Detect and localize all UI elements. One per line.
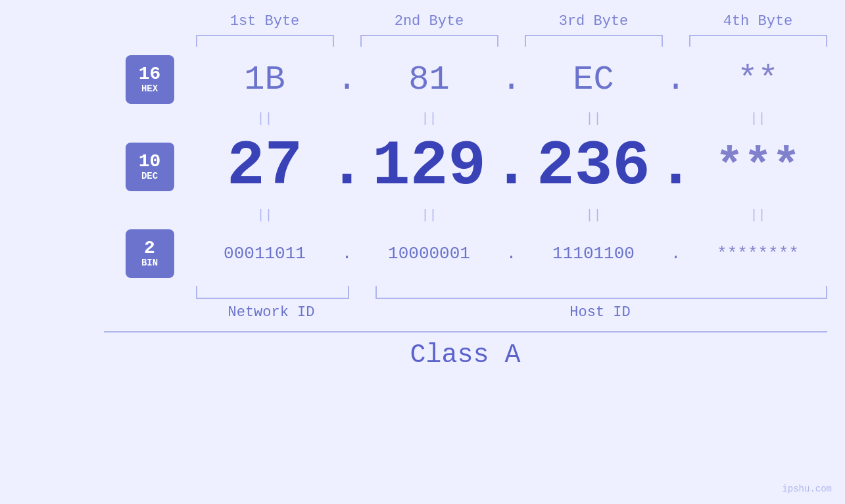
class-separator [104, 331, 827, 332]
dec-dot3: . [663, 131, 689, 202]
network-id-label: Network ID [196, 304, 347, 321]
dec-badge: 10 DEC [126, 143, 174, 191]
byte4-header: 4th Byte [689, 13, 827, 30]
hex-byte4: ** [737, 60, 778, 99]
watermark: ipshu.com [782, 484, 832, 494]
equals1-byte4: || [689, 111, 827, 126]
hex-byte3: EC [573, 60, 614, 99]
equals1-byte1: || [196, 111, 334, 126]
byte1-header: 1st Byte [196, 13, 334, 30]
bin-badge: 2 BIN [126, 229, 174, 278]
dec-byte2: 129 [372, 131, 486, 202]
hex-byte2: 81 [408, 60, 449, 99]
dec-byte4: *** [715, 140, 801, 194]
dec-byte1: 27 [227, 131, 302, 202]
bin-byte1: 00011011 [224, 244, 306, 263]
host-id-bracket-mid1 [509, 286, 535, 299]
byte2-bracket-top [360, 35, 498, 47]
class-label: Class A [104, 340, 827, 370]
hex-badge: 16 HEX [126, 55, 174, 104]
byte1-bracket-top [196, 35, 334, 47]
bin-byte4: ******** [717, 244, 799, 263]
bin-dot1: . [334, 244, 360, 263]
equals2-byte2: || [360, 208, 498, 223]
hex-byte1: 1B [244, 60, 285, 99]
dec-dot1: . [334, 131, 360, 202]
main-container: 1st Byte 2nd Byte 3rd Byte 4th Byte 16 H… [0, 0, 845, 504]
host-id-label: Host ID [374, 304, 827, 321]
equals1-byte3: || [525, 111, 663, 126]
host-id-bracket-right [694, 286, 827, 299]
bin-dot3: . [663, 244, 689, 263]
equals2-byte1: || [196, 208, 334, 223]
equals2-byte3: || [525, 208, 663, 223]
bin-dot2: . [498, 244, 525, 263]
host-id-bracket-left [375, 286, 509, 299]
equals2-byte4: || [689, 208, 827, 223]
hex-dot3: . [663, 60, 689, 99]
host-id-bracket-mid2 [535, 286, 667, 299]
dec-byte3: 236 [537, 131, 650, 202]
hex-dot1: . [334, 60, 360, 99]
equals1-byte2: || [360, 111, 498, 126]
network-id-bracket [196, 286, 349, 299]
hex-dot2: . [498, 60, 525, 99]
dec-dot2: . [498, 131, 525, 202]
byte2-header: 2nd Byte [360, 13, 498, 30]
byte4-bracket-top [689, 35, 827, 47]
bin-byte2: 10000001 [388, 244, 470, 263]
host-id-bracket-mid3 [667, 286, 694, 299]
bin-byte3: 11101100 [552, 244, 635, 263]
byte3-header: 3rd Byte [525, 13, 663, 30]
byte3-bracket-top [525, 35, 663, 47]
